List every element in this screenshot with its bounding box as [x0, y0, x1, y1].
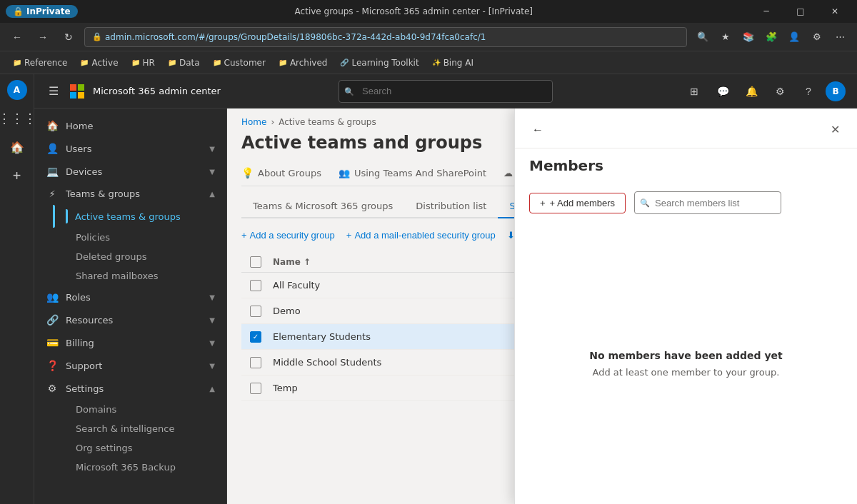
members-panel: ← ✕ Members + + Add members — [514, 109, 857, 504]
nav-sub-active-teams[interactable]: Active teams & groups — [64, 205, 226, 228]
user-avatar-header[interactable]: B — [826, 81, 846, 101]
brand-area: ☰ Microsoft 365 admin center — [46, 81, 221, 101]
row-checkbox[interactable] — [250, 383, 261, 394]
nav-item-support[interactable]: ❓ Support ▼ — [34, 354, 226, 377]
hamburger-button[interactable]: ☰ — [46, 81, 61, 101]
search-input[interactable] — [339, 80, 553, 103]
row-checkbox[interactable] — [250, 357, 261, 368]
help-button[interactable]: ? — [797, 80, 820, 103]
nav-sub-domains[interactable]: Domains — [66, 400, 226, 419]
bookmark-learning[interactable]: 🔗 Learning Toolkit — [334, 56, 424, 70]
roles-icon: 👥 — [46, 291, 59, 303]
nav-teams-label: Teams & groups — [66, 188, 140, 199]
add-mail-enabled-button[interactable]: + Add a mail-enabled security group — [346, 227, 496, 243]
nav-item-settings[interactable]: ⚙ Settings ▲ — [34, 377, 226, 400]
plus-icon: + — [241, 230, 247, 241]
user-avatar-sidebar[interactable]: A — [7, 80, 27, 100]
titlebar: 🔒 InPrivate Active groups - Microsoft 36… — [0, 0, 857, 23]
notifications-button[interactable]: 🔔 — [740, 80, 763, 103]
chevron-down-icon: ▼ — [209, 316, 215, 324]
settings-header-button[interactable]: ⚙ — [768, 80, 791, 103]
waffle-menu-button[interactable]: ⋮⋮⋮ — [4, 106, 30, 131]
panel-back-button[interactable]: ← — [529, 121, 546, 139]
forward-button[interactable]: → — [33, 27, 53, 47]
sub-tab-teams-m365[interactable]: Teams & Microsoft 365 groups — [241, 195, 404, 218]
nav-item-teams-groups[interactable]: ⚡ Teams & groups ▲ — [34, 183, 226, 205]
url-bar[interactable]: 🔒 admin.microsoft.com/#/groups/GroupDeta… — [84, 27, 687, 47]
extensions-button[interactable]: 🧩 — [761, 27, 781, 47]
panel-close-button[interactable]: ✕ — [828, 120, 843, 139]
bookmark-label: Data — [179, 58, 200, 68]
inprivate-label: InPrivate — [26, 6, 71, 16]
search-members-input[interactable] — [634, 191, 781, 214]
breadcrumb-home[interactable]: Home — [241, 117, 266, 127]
nav-devices-label: Devices — [66, 166, 102, 177]
folder-icon: 📁 — [80, 59, 89, 66]
minimize-button[interactable]: ─ — [750, 0, 783, 23]
bookmark-bing-ai[interactable]: ✨ Bing AI — [426, 56, 479, 70]
svg-rect-3 — [78, 92, 84, 99]
nav-item-users[interactable]: 👤 Users ▼ — [34, 137, 226, 160]
maximize-button[interactable]: □ — [784, 0, 817, 23]
search-web-button[interactable]: 🔍 — [693, 27, 713, 47]
back-button[interactable]: ← — [7, 27, 27, 47]
feedback-button[interactable]: 💬 — [711, 80, 734, 103]
settings-subnav: Domains Search & intelligence Org settin… — [34, 400, 226, 477]
bookmark-data[interactable]: 📁 Data — [162, 56, 206, 70]
bookmark-reference[interactable]: 📁 Reference — [7, 56, 73, 70]
row-checkbox[interactable] — [250, 306, 261, 317]
sub-tab-dist-label: Distribution list — [416, 201, 486, 211]
add-security-group-button[interactable]: + Add a security group — [241, 227, 335, 243]
nav-sub-shared-mailboxes[interactable]: Shared mailboxes — [66, 266, 226, 286]
main-header: ☰ Microsoft 365 admin center ⊞ 💬 🔔 ⚙ — [34, 74, 857, 109]
bookmark-customer[interactable]: 📁 Customer — [207, 56, 271, 70]
plus-icon: + — [346, 230, 352, 241]
nav-sub-org-settings[interactable]: Org settings — [66, 438, 226, 458]
home-sidebar-button[interactable]: 🏠 — [4, 134, 30, 160]
support-icon: ❓ — [46, 360, 59, 371]
apps-button[interactable]: ⊞ — [683, 80, 706, 103]
bookmark-label: Customer — [224, 58, 266, 68]
panel-empty-state: No members have been added yet Add at le… — [515, 223, 857, 504]
svg-rect-1 — [78, 84, 84, 91]
teams-subnav: Active teams & groups Policies Deleted g… — [34, 205, 226, 286]
collections-button[interactable]: 📚 — [738, 27, 758, 47]
nav-sub-deleted-groups[interactable]: Deleted groups — [66, 247, 226, 266]
favorites-button[interactable]: ★ — [716, 27, 736, 47]
chevron-up-icon: ▲ — [209, 385, 215, 393]
nav-item-billing[interactable]: 💳 Billing ▼ — [34, 331, 226, 354]
nav-item-roles[interactable]: 👥 Roles ▼ — [34, 286, 226, 308]
bookmark-active[interactable]: 📁 Active — [74, 56, 124, 70]
add-members-button[interactable]: + + Add members — [529, 193, 626, 213]
bookmark-hr[interactable]: 📁 HR — [126, 56, 161, 70]
bookmark-archived[interactable]: 📁 Archived — [273, 56, 334, 70]
tab-about-groups[interactable]: 💡 About Groups — [241, 161, 321, 186]
nav-sub-policies[interactable]: Policies — [66, 228, 226, 247]
nav-home-label: Home — [66, 121, 93, 131]
nav-item-devices[interactable]: 💻 Devices ▼ — [34, 160, 226, 183]
settings-button[interactable]: ⚙ — [807, 27, 827, 47]
sub-tab-distribution[interactable]: Distribution list — [404, 195, 498, 218]
nav-item-home[interactable]: 🏠 Home — [34, 114, 226, 137]
close-button[interactable]: ✕ — [818, 0, 851, 23]
row-checkbox-checked[interactable]: ✓ — [250, 331, 261, 343]
nav-item-resources[interactable]: 🔗 Resources ▼ — [34, 308, 226, 331]
search-members-wrapper — [634, 191, 843, 214]
profile-button[interactable]: 👤 — [784, 27, 804, 47]
more-button[interactable]: ⋯ — [830, 27, 850, 47]
select-all-checkbox[interactable] — [250, 256, 261, 268]
bookmark-label: Bing AI — [443, 58, 473, 68]
global-search — [339, 80, 553, 103]
ms-logo — [70, 84, 84, 99]
add-sidebar-button[interactable]: + — [4, 163, 30, 188]
tab-using-teams[interactable]: 👥 Using Teams And SharePoint — [339, 161, 486, 186]
refresh-button[interactable]: ↻ — [59, 27, 79, 47]
row-checkbox[interactable] — [250, 280, 261, 291]
left-nav: 🏠 Home 👤 Users ▼ 💻 Devices — [34, 109, 227, 504]
bookmark-label: HR — [143, 58, 155, 68]
nav-sub-search-intelligence[interactable]: Search & intelligence — [66, 419, 226, 438]
nav-billing-label: Billing — [66, 338, 94, 348]
billing-icon: 💳 — [46, 337, 59, 348]
nav-sub-m365-backup[interactable]: Microsoft 365 Backup — [66, 458, 226, 477]
active-indicator — [66, 209, 68, 223]
